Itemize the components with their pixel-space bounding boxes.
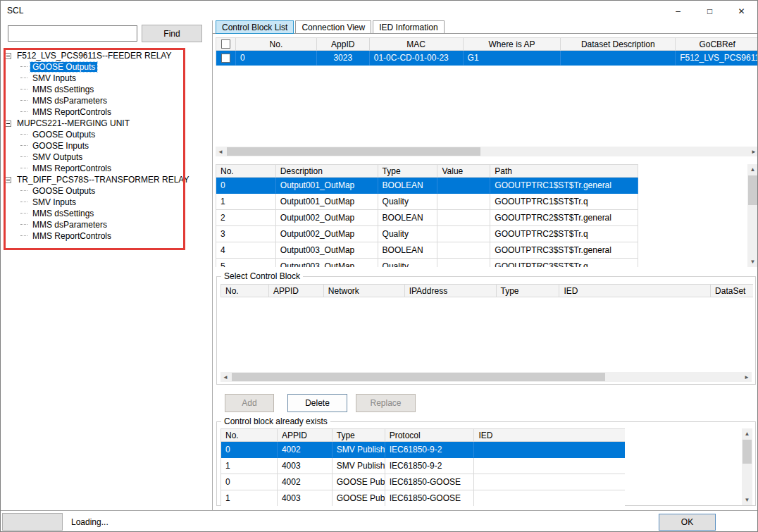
maximize-button[interactable]: □: [694, 1, 726, 21]
add-button[interactable]: Add: [225, 394, 274, 412]
minimize-button[interactable]: –: [662, 1, 694, 21]
h-scrollbar[interactable]: ◄ ►: [216, 147, 758, 156]
column-header-appid[interactable]: AppID: [317, 37, 370, 51]
tree-item-mms-reportcontrols[interactable]: MMS ReportControls: [5, 230, 211, 242]
column-header-type[interactable]: Type: [497, 284, 560, 297]
header-checkbox[interactable]: [221, 39, 230, 49]
row-checkbox[interactable]: [221, 54, 230, 63]
scroll-right-arrow[interactable]: ►: [749, 147, 758, 156]
scroll-thumb[interactable]: [227, 147, 480, 156]
column-header-no[interactable]: No.: [221, 428, 278, 442]
tree-item-smv-inputs[interactable]: SMV Inputs: [5, 73, 211, 84]
tree-item-mms-dssettings[interactable]: MMS dsSettings: [5, 208, 211, 219]
cell-description: Output001_OutMap: [276, 194, 378, 210]
find-input[interactable]: [8, 25, 137, 42]
column-header-appid[interactable]: APPID: [269, 284, 324, 297]
column-header-path[interactable]: Path: [490, 164, 638, 178]
table-row[interactable]: 0 Output001_OutMap BOOLEAN GOOUTPTRC1$ST…: [216, 178, 638, 194]
v-scrollbar[interactable]: ▲ ▼: [747, 164, 758, 267]
column-header-type[interactable]: Type: [333, 428, 385, 442]
tree-item-mms-dssettings[interactable]: MMS dsSettings: [5, 84, 211, 95]
table-row[interactable]: 1 4003 GOOSE Publ... IEC61850-GOOSE: [220, 490, 625, 506]
tree-connector: [20, 202, 27, 203]
cell-path: GOOUTPTRC3$ST$Tr.general: [490, 242, 638, 259]
table-row[interactable]: 3 Output002_OutMap Quality GOOUTPTRC2$ST…: [216, 226, 638, 242]
tree-item-goose-outputs[interactable]: GOOSE Outputs: [5, 185, 211, 197]
scroll-down-arrow[interactable]: ▼: [742, 495, 752, 505]
table-row[interactable]: 5 Output003_OutMap Quality GOOUTPTRC3$ST…: [216, 259, 638, 267]
tree-item-mms-dsparameters[interactable]: MMS dsParameters: [5, 219, 211, 230]
cell-type: Quality: [378, 194, 438, 210]
tree-item-ied[interactable]: TR_DIFF_PCS78S--TRANSFORMER RELAY: [5, 174, 211, 185]
table-row[interactable]: 1 Output001_OutMap Quality GOOUTPTRC1$ST…: [216, 194, 638, 210]
table-row[interactable]: 0 3023 01-0C-CD-01-00-23 G1 F512_LVS_PCS…: [216, 51, 758, 66]
tab-connection-view[interactable]: Connection View: [295, 20, 371, 34]
column-header-ied[interactable]: IED: [474, 428, 625, 442]
cell-type: Quality: [378, 226, 438, 242]
column-header-ied[interactable]: IED: [559, 284, 711, 297]
tree-item-goose-outputs[interactable]: GOOSE Outputs: [5, 129, 211, 140]
scroll-left-arrow[interactable]: ◄: [220, 372, 230, 382]
column-header-dataset[interactable]: DataSet: [711, 284, 753, 297]
scroll-up-arrow[interactable]: ▲: [742, 428, 752, 439]
cell-value: [437, 259, 490, 267]
tree-item-ied[interactable]: F512_LVS_PCS9611S--FEEDER RELAY: [5, 50, 211, 61]
tab-ied-information[interactable]: IED Information: [373, 20, 444, 34]
replace-button[interactable]: Replace: [356, 394, 416, 412]
tree-connector: [20, 145, 27, 147]
v-scrollbar[interactable]: ▲ ▼: [742, 428, 752, 505]
column-header-gocbref[interactable]: GoCBRef: [676, 37, 758, 51]
cell-value: [437, 242, 490, 259]
column-header-description[interactable]: Description: [276, 164, 378, 178]
scroll-up-arrow[interactable]: ▲: [747, 164, 758, 175]
collapse-icon[interactable]: [5, 53, 11, 59]
ok-button[interactable]: OK: [659, 514, 716, 531]
cell-path: GOOUTPTRC1$ST$Tr.q: [490, 194, 638, 210]
existing-rows-viewport: 0 4002 SMV Publish IEC61850-9-2 1 4003 S…: [220, 442, 625, 506]
tree-item-ied[interactable]: MUPCS221--MERGING UNIT: [5, 118, 211, 129]
tree-item-goose-outputs[interactable]: GOOSE Outputs: [5, 61, 211, 73]
column-header-appid[interactable]: APPID: [278, 428, 333, 442]
collapse-icon[interactable]: [5, 120, 11, 127]
tree-item-mms-dsparameters[interactable]: MMS dsParameters: [5, 95, 211, 106]
table-row[interactable]: 0 4002 SMV Publish IEC61850-9-2: [220, 442, 625, 458]
tree-item-mms-reportcontrols[interactable]: MMS ReportControls: [5, 106, 211, 118]
tree-item-mms-reportcontrols[interactable]: MMS ReportControls: [5, 163, 211, 174]
column-header-no[interactable]: No.: [236, 37, 317, 51]
tree-item-goose-inputs[interactable]: GOOSE Inputs: [5, 140, 211, 151]
column-header-value[interactable]: Value: [437, 164, 490, 178]
scroll-down-arrow[interactable]: ▼: [747, 256, 758, 267]
tree-connector: [20, 156, 27, 158]
cell-no: 0: [216, 178, 276, 194]
scroll-thumb[interactable]: [232, 373, 605, 381]
column-header-network[interactable]: Network: [324, 284, 405, 297]
table-row[interactable]: 1 4003 SMV Publish IEC61850-9-2: [220, 458, 625, 474]
h-scrollbar[interactable]: ◄ ►: [220, 372, 752, 382]
tree-item-smv-outputs[interactable]: SMV Outputs: [5, 151, 211, 163]
column-header-where-ap[interactable]: Where is AP: [464, 37, 561, 51]
tree-item-smv-inputs[interactable]: SMV Inputs: [5, 197, 211, 208]
delete-button[interactable]: Delete: [287, 394, 347, 412]
scroll-thumb[interactable]: [748, 175, 757, 205]
close-button[interactable]: ✕: [726, 1, 757, 21]
table-row[interactable]: 2 Output002_OutMap BOOLEAN GOOUTPTRC2$ST…: [216, 210, 638, 226]
scroll-thumb[interactable]: [743, 440, 752, 464]
column-header-no[interactable]: No.: [216, 164, 276, 178]
column-header-type[interactable]: Type: [378, 164, 438, 178]
tree-connector: [20, 66, 27, 68]
table-row[interactable]: 0 4002 GOOSE Publ... IEC61850-GOOSE: [220, 474, 625, 490]
column-header-mac[interactable]: MAC: [370, 37, 464, 51]
scroll-left-arrow[interactable]: ◄: [216, 147, 225, 156]
column-header-ipaddress[interactable]: IPAddress: [405, 284, 497, 297]
table-row[interactable]: 4 Output003_OutMap BOOLEAN GOOUTPTRC3$ST…: [216, 242, 638, 259]
collapse-icon[interactable]: [5, 177, 11, 183]
column-header-dataset-desc[interactable]: Dataset Description: [561, 37, 676, 51]
column-header-no[interactable]: No.: [221, 284, 269, 297]
find-button[interactable]: Find: [142, 25, 202, 42]
cell-path: GOOUTPTRC2$ST$Tr.general: [490, 210, 638, 226]
status-button[interactable]: [2, 513, 63, 531]
column-header-protocol[interactable]: Protocol: [385, 428, 475, 442]
cell-appid: 4002: [278, 442, 333, 458]
scroll-right-arrow[interactable]: ►: [742, 372, 752, 382]
tab-control-block-list[interactable]: Control Block List: [216, 20, 294, 34]
